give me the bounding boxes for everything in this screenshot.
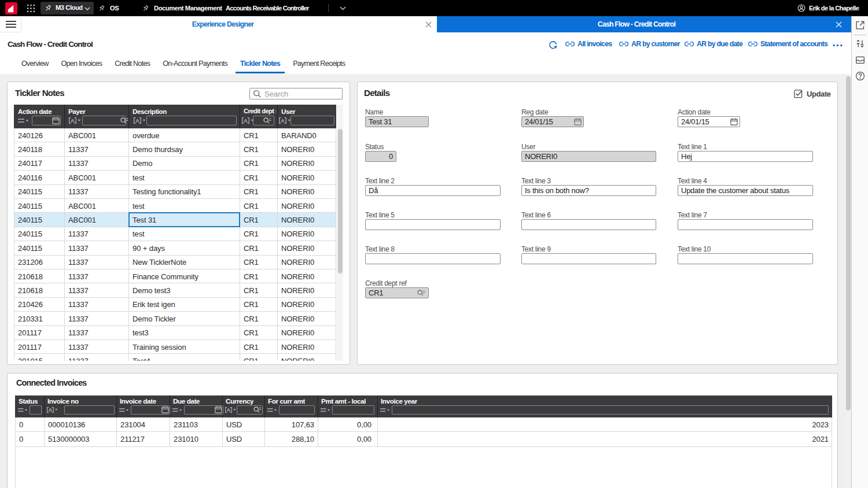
svg-text:A: A xyxy=(49,407,52,413)
svg-text:A: A xyxy=(135,117,139,124)
svg-text:A: A xyxy=(244,117,248,124)
svg-text:A: A xyxy=(281,117,285,124)
svg-text:A: A xyxy=(71,117,75,124)
svg-text:A: A xyxy=(227,407,230,413)
